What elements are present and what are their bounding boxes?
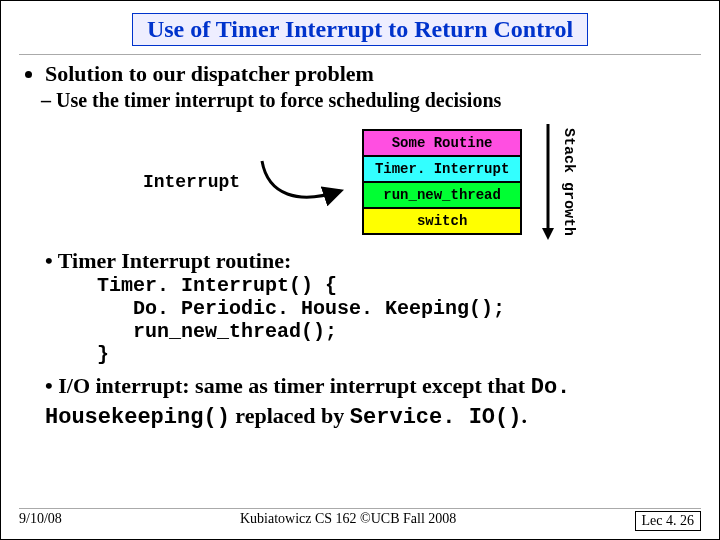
code-line-0: Timer. Interrupt() { — [97, 274, 337, 297]
stack-cell-2: run_new_thread — [364, 183, 520, 209]
code-block: Timer. Interrupt() { Do. Periodic. House… — [97, 274, 701, 366]
io-line: I/O interrupt: same as timer interrupt e… — [19, 372, 701, 431]
code-line-1: Do. Periodic. House. Keeping(); — [97, 297, 505, 320]
stack-cell-0: Some Routine — [364, 131, 520, 157]
code-line-3: } — [97, 343, 109, 366]
footer-lec: Lec 4. 26 — [635, 511, 701, 531]
io-mid: replaced by — [230, 403, 350, 428]
stack-cell-3: switch — [364, 209, 520, 233]
curved-arrow-icon — [258, 155, 344, 210]
footer: 9/10/08 Kubiatowicz CS 162 ©UCB Fall 200… — [19, 508, 701, 531]
footer-date: 9/10/08 — [19, 511, 62, 531]
slide: Use of Timer Interrupt to Return Control… — [0, 0, 720, 540]
subbullet-list: Use the timer interrupt to force schedul… — [19, 89, 701, 112]
io-code2: Service. IO() — [350, 405, 522, 430]
growth-label: Stack growth — [560, 128, 577, 236]
stack-cell-1: Timer. Interrupt — [364, 157, 520, 183]
slide-title: Use of Timer Interrupt to Return Control — [132, 13, 588, 46]
bullet-list: Solution to our dispatcher problem — [19, 61, 701, 87]
bullet-solution: Solution to our dispatcher problem — [45, 61, 701, 87]
divider — [19, 54, 701, 55]
stack: Some Routine Timer. Interrupt run_new_th… — [362, 129, 522, 235]
interrupt-label: Interrupt — [143, 172, 240, 192]
title-wrap: Use of Timer Interrupt to Return Control — [19, 13, 701, 46]
io-post: . — [521, 403, 527, 428]
diagram: Interrupt Some Routine Timer. Interrupt … — [19, 122, 701, 242]
code-line-2: run_new_thread(); — [97, 320, 337, 343]
growth-column: Stack growth — [540, 122, 577, 242]
down-arrow-icon — [540, 122, 556, 242]
subbullet-use: Use the timer interrupt to force schedul… — [41, 89, 701, 112]
io-pre: I/O interrupt: same as timer interrupt e… — [58, 373, 531, 398]
routine-intro: Timer Interrupt routine: — [19, 248, 701, 274]
footer-center: Kubiatowicz CS 162 ©UCB Fall 2008 — [240, 511, 456, 531]
